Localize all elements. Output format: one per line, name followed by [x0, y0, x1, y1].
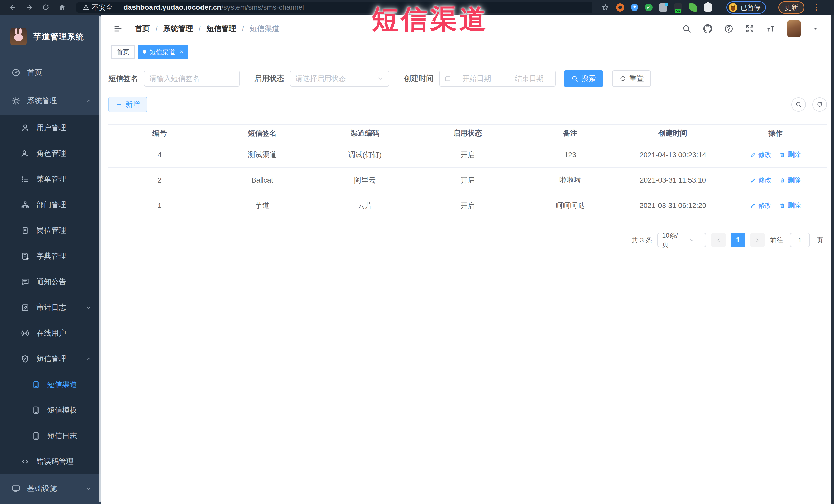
sign-input[interactable]	[144, 71, 240, 87]
breadcrumb-home[interactable]: 首页	[135, 24, 150, 34]
search-icon	[571, 75, 578, 82]
sidebar-item-online-users[interactable]: 在线用户	[0, 321, 101, 346]
address-bar[interactable]: 不安全 dashboard.yudao.iocoder.cn/system/sm…	[76, 2, 592, 13]
page-size-select[interactable]: 10条/页	[657, 233, 706, 247]
sidebar-item-sms-channel[interactable]: 短信渠道	[0, 372, 101, 397]
sidebar-item-error-code[interactable]: 错误码管理	[0, 449, 101, 475]
breadcrumb-sms[interactable]: 短信管理	[206, 24, 236, 34]
fullscreen-icon[interactable]	[745, 24, 754, 34]
close-tab-icon[interactable]: ×	[180, 48, 183, 56]
sidebar-item-system-management[interactable]: 系统管理	[0, 87, 101, 115]
delete-link[interactable]: 删除	[779, 150, 801, 159]
profile-paused-badge[interactable]: 已暂停	[726, 1, 766, 14]
edit-link[interactable]: 修改	[750, 201, 772, 210]
delete-link[interactable]: 删除	[779, 201, 801, 210]
calendar-icon	[444, 75, 452, 82]
next-page-button[interactable]	[750, 233, 765, 247]
edit-link[interactable]: 修改	[750, 150, 772, 159]
toggle-search-button[interactable]	[791, 97, 806, 112]
status-select[interactable]: 请选择启用状态	[290, 71, 389, 87]
trash-icon	[779, 202, 786, 209]
table-header-row: 编号 短信签名 渠道编码 启用状态 备注 创建时间 操作	[108, 125, 827, 142]
header-bar: 首页 / 系统管理 / 短信管理 / 短信渠道	[101, 15, 834, 43]
reload-icon[interactable]	[42, 3, 50, 12]
caret-down-icon[interactable]	[812, 26, 818, 32]
sidebar-item-sms-log[interactable]: 短信日志	[0, 423, 101, 449]
col-sign: 短信签名	[211, 128, 314, 138]
grid-blue-dot-extension-icon[interactable]	[659, 3, 667, 12]
search-icon[interactable]	[682, 24, 691, 34]
sidebar-item-dict-management[interactable]: 字典管理	[0, 243, 101, 269]
sidebar-item-notice[interactable]: 通知公告	[0, 269, 101, 295]
search-form: 短信签名 启用状态 请选择启用状态 创建时间 开始日期 - 结束日期	[108, 70, 827, 87]
sidebar-item-audit-log[interactable]: 审计日志	[0, 295, 101, 321]
table-row: 1 芋道 云片 开启 呵呵呵哒 2021-03-31 06:12:20 修改 删…	[108, 193, 827, 219]
sidebar-scrollbar[interactable]	[98, 16, 101, 502]
announcement-icon	[21, 277, 30, 287]
search-button[interactable]: 搜索	[564, 70, 603, 87]
browser-menu-icon[interactable]	[816, 4, 817, 11]
pagination: 共 3 条 10条/页 1 前往 页	[108, 233, 827, 247]
sidebar-item-user-management[interactable]: 用户管理	[0, 115, 101, 141]
sidebar-item-infrastructure[interactable]: 基础设施	[0, 475, 101, 503]
col-remark: 备注	[519, 128, 621, 138]
github-icon[interactable]	[703, 24, 712, 34]
back-arrow-icon[interactable]	[9, 3, 17, 12]
goto-page-input[interactable]	[790, 233, 810, 247]
chevron-left-icon	[716, 237, 722, 243]
font-size-icon[interactable]	[766, 24, 775, 34]
user-avatar[interactable]	[787, 20, 800, 37]
header-actions	[682, 20, 818, 37]
chevron-down-icon	[85, 485, 92, 492]
orange-ring-extension-icon[interactable]	[616, 3, 624, 12]
sms-shield-icon	[21, 354, 30, 364]
breadcrumb-system[interactable]: 系统管理	[163, 24, 193, 34]
menu-list-icon	[21, 175, 30, 184]
date-range-picker[interactable]: 开始日期 - 结束日期	[439, 71, 556, 87]
paused-label: 已暂停	[741, 3, 761, 12]
page-number-1[interactable]: 1	[731, 233, 745, 247]
tab-home[interactable]: 首页	[111, 45, 134, 59]
refresh-table-button[interactable]	[812, 97, 827, 112]
bookmark-star-icon[interactable]	[601, 3, 609, 12]
edit-link[interactable]: 修改	[750, 176, 772, 184]
sidebar-item-menu-management[interactable]: 菜单管理	[0, 167, 101, 192]
prev-page-button[interactable]	[711, 233, 726, 247]
sidebar-item-sms-template[interactable]: 短信模板	[0, 397, 101, 423]
security-warning-label[interactable]: 不安全	[92, 3, 113, 12]
table-row: 2 Ballcat 阿里云 开启 啦啦啦 2021-03-31 11:53:10…	[108, 168, 827, 193]
blue-pin-extension-icon[interactable]	[631, 4, 638, 11]
sidebar-item-home[interactable]: 首页	[0, 59, 101, 87]
page-unit-label: 页	[816, 236, 823, 245]
green-leaf-extension-icon[interactable]	[689, 3, 697, 12]
window-scrollbar[interactable]	[831, 15, 834, 504]
sidebar-item-role-management[interactable]: 角色管理	[0, 141, 101, 167]
sidebar-logo-row[interactable]: 芋道管理系统	[0, 15, 101, 59]
org-tree-icon	[21, 200, 30, 210]
search-icon	[795, 101, 802, 108]
hamburger-icon[interactable]	[113, 24, 123, 34]
delete-link[interactable]: 删除	[779, 176, 801, 184]
help-icon[interactable]	[724, 24, 733, 34]
end-date-placeholder[interactable]: 结束日期	[508, 74, 551, 84]
tab-sms-channel[interactable]: 短信渠道 ×	[137, 45, 189, 59]
home-icon[interactable]	[58, 3, 66, 12]
sidebar-item-dept-management[interactable]: 部门管理	[0, 192, 101, 218]
col-created: 创建时间	[621, 128, 724, 138]
active-tab-dot	[143, 50, 146, 54]
green-check-extension-icon[interactable]: ✓	[645, 4, 653, 11]
chevron-right-icon	[754, 237, 761, 243]
browser-update-button[interactable]: 更新	[778, 1, 805, 14]
reset-button[interactable]: 重置	[612, 70, 651, 87]
post-badge-icon	[21, 226, 30, 235]
sidebar-item-sms-management[interactable]: 短信管理	[0, 346, 101, 372]
edit-icon	[750, 202, 756, 209]
add-button[interactable]: 新增	[108, 96, 147, 112]
green-on-badge-extension-icon[interactable]	[674, 3, 682, 12]
url-text[interactable]: dashboard.yudao.iocoder.cn/system/sms/sm…	[124, 3, 304, 12]
forward-arrow-icon[interactable]	[25, 3, 34, 12]
table-toolbar: 新增	[108, 96, 827, 112]
sidebar-item-post-management[interactable]: 岗位管理	[0, 218, 101, 243]
start-date-placeholder[interactable]: 开始日期	[455, 74, 498, 84]
puzzle-extensions-icon[interactable]	[704, 3, 712, 12]
